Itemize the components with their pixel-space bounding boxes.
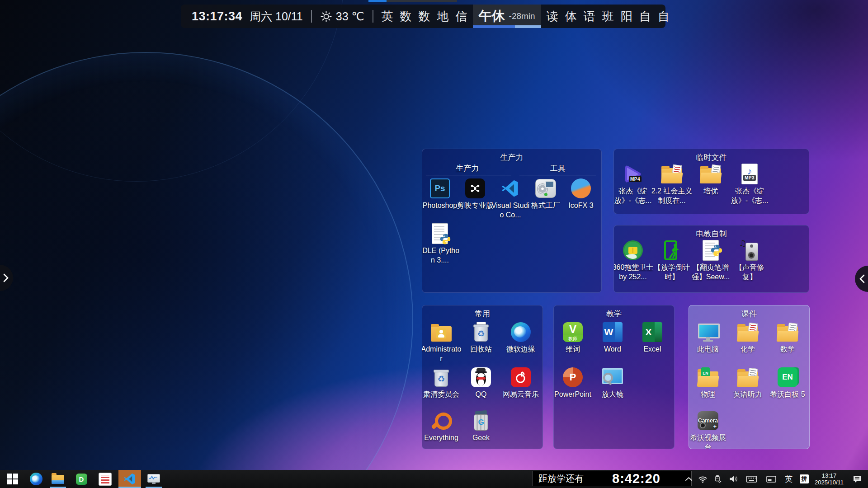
- language-indicator[interactable]: 英: [781, 470, 797, 488]
- period: 自: [639, 9, 651, 24]
- desktop-icon-doc-2-2[interactable]: 2.2 社会主义制度在...: [653, 164, 691, 205]
- class-schedule-bar: 13:17:34 周六 10/11 33 ℃ 英 数 数 地 信 午休 -28m…: [181, 5, 665, 28]
- clock-date: 周六 10/11: [250, 9, 303, 24]
- desktop-icon-dismissal-countdown[interactable]: 【放学倒计时】: [653, 240, 691, 282]
- temperature: 33 ℃: [336, 10, 364, 23]
- desktop-icon-geek[interactable]: G Geek: [462, 410, 500, 442]
- desktop-icon-page-turner[interactable]: 【翻页笔增强】Seew...: [692, 240, 730, 282]
- desktop-icon-physics[interactable]: EN 物理: [689, 367, 727, 399]
- fence-title: 生产力: [422, 152, 601, 163]
- taskbar-screen-monitor-button[interactable]: [144, 470, 164, 488]
- touch-keyboard-button[interactable]: [741, 470, 761, 488]
- desktop-icon-peiyou[interactable]: 培优: [692, 164, 730, 196]
- tray-clock[interactable]: 13:17 2025/10/11: [812, 470, 846, 488]
- desktop-icon-magnifier[interactable]: 放大镜: [594, 367, 632, 399]
- period: 英: [382, 9, 393, 24]
- weather-sun-icon: [320, 10, 332, 23]
- desktop-icon-mp4-video[interactable]: MP4 张杰《绽放》-《志...: [614, 164, 652, 205]
- volume-indicator[interactable]: [725, 470, 741, 488]
- desktop-icon-qq[interactable]: QQ: [462, 367, 500, 399]
- notification-icon: [852, 474, 862, 484]
- dismissal-countdown-widget: 距放学还有 8:42:20: [533, 471, 692, 486]
- wifi-icon: [698, 474, 708, 484]
- taskbar-vscode-button-active[interactable]: [118, 470, 141, 488]
- icon-label: 希沃视频展台: [689, 433, 729, 449]
- wifi-indicator[interactable]: [695, 470, 710, 488]
- recycle-glyph: ♻: [473, 328, 489, 338]
- divider: [373, 10, 373, 23]
- desktop-icon-seewo-camera[interactable]: Camera + 希沃视频展台: [689, 410, 727, 449]
- desktop-icon-word[interactable]: W Word: [594, 322, 632, 354]
- usb-icon: [713, 474, 722, 484]
- icon-label: QQ: [460, 389, 502, 399]
- desktop-icon-this-pc[interactable]: 此电脑: [689, 322, 727, 354]
- display-icon: [766, 474, 777, 484]
- desktop-icon-mp3-audio[interactable]: ♪ MP3 张杰《绽放》-《志...: [731, 164, 769, 205]
- period: 自: [658, 9, 670, 24]
- speaker-repair-icon: ♫: [739, 240, 760, 261]
- icon-label: Photoshop: [422, 201, 460, 210]
- desktop-icon-360-guard[interactable]: 360拖堂卫士 by 252...: [614, 240, 652, 282]
- desktop-icon-english-listening[interactable]: 英语听力: [729, 367, 767, 399]
- desktop-icon-excel[interactable]: X Excel: [633, 322, 671, 354]
- mp4-badge: MP4: [629, 176, 642, 182]
- icon-label: 培优: [689, 186, 732, 196]
- display-mode-button[interactable]: [761, 470, 781, 488]
- desktop-icon-capcut[interactable]: 剪映专业版: [458, 178, 493, 210]
- desktop-icon-idle-python[interactable]: IDLE (Python 3....: [422, 223, 458, 265]
- usb-device-indicator[interactable]: [710, 470, 725, 488]
- icon-label: Administrator: [422, 344, 462, 363]
- icon-label: 此电脑: [689, 344, 729, 354]
- vscode-icon: [501, 179, 520, 198]
- desktop-icon-seewo-board[interactable]: EN 希沃白板 5: [769, 367, 807, 399]
- icon-label: 放大镜: [591, 389, 634, 399]
- period: 班: [602, 9, 614, 24]
- desktop-icon-edge[interactable]: 微软边缘: [502, 322, 540, 354]
- system-tray: 英 拼 13:17 2025/10/11: [682, 470, 868, 488]
- exit-countdown-icon: [662, 240, 681, 260]
- desktop-icon-powerpoint[interactable]: P PowerPoint: [554, 367, 592, 399]
- icon-label: IDLE (Python 3....: [422, 246, 460, 265]
- icon-label: 360拖堂卫士 by 252...: [613, 263, 654, 282]
- desktop-icon-icofx[interactable]: IcoFX 3: [563, 178, 599, 210]
- period: 语: [584, 9, 595, 24]
- windows-logo-icon: [7, 474, 18, 484]
- icon-label: Visual Studio Co...: [491, 201, 530, 220]
- photoshop-icon: Ps: [430, 178, 450, 198]
- fence-courseware: 课件 此电脑 化学 数学 EN 物理 英语听力 EN 希沃白板 5 Camera…: [689, 305, 810, 449]
- desktop-icon-vscode[interactable]: Visual Studio Co...: [493, 178, 528, 220]
- keyboard-icon: [746, 474, 757, 484]
- start-button[interactable]: [3, 470, 23, 488]
- desktop-icon-suqing[interactable]: ♻ 肃清委员会: [422, 367, 460, 399]
- taskbar-file-explorer-button[interactable]: [48, 470, 68, 488]
- hidden-icons-chevron[interactable]: [682, 470, 695, 488]
- icon-label: 回收站: [460, 344, 502, 354]
- fence-e-teaching: 电教自制 360拖堂卫士 by 252... 【放学倒计时】 【翻页笔增强】Se…: [613, 225, 809, 293]
- day-progress-fill: [368, 0, 387, 2]
- desktop-icon-netease-music[interactable]: 网易云音乐: [502, 367, 540, 399]
- fence-common: 常用 Administrator ♻ 回收站 微软边缘 ♻ 肃清委员会 QQ 网…: [422, 305, 543, 449]
- desktop-icon-math[interactable]: 数学: [769, 322, 807, 354]
- recycle-bin-empty-icon: ♻: [434, 368, 449, 387]
- geek-uninstaller-icon: G: [473, 411, 489, 431]
- ime-mode-indicator[interactable]: 拼: [797, 470, 812, 488]
- notification-center-button[interactable]: [846, 470, 868, 488]
- desktop-icon-administrator[interactable]: Administrator: [422, 322, 460, 363]
- desktop-icon-sound-repair[interactable]: ♫ 【声音修复】: [731, 240, 769, 282]
- icon-label: Everything: [422, 433, 462, 442]
- chevron-left-icon: [859, 274, 866, 284]
- screen-monitor-app-icon: [147, 474, 160, 483]
- desktop-icon-photoshop[interactable]: Ps Photoshop: [422, 178, 458, 210]
- desktop-icon-everything[interactable]: Everything: [422, 410, 460, 442]
- desktop-icon-format-factory[interactable]: 格式工厂: [528, 178, 563, 210]
- icon-label: 张杰《绽放》-《志...: [728, 186, 771, 205]
- icon-label: 物理: [689, 389, 729, 399]
- taskbar-edge-button[interactable]: [26, 470, 46, 488]
- countdown-time: 8:42:20: [612, 471, 660, 486]
- desktop-icon-recycle-bin[interactable]: ♻ 回收站: [462, 322, 500, 354]
- taskbar-d-app-button[interactable]: D: [72, 470, 90, 488]
- guard-360-icon: [623, 240, 643, 260]
- desktop-icon-chemistry[interactable]: 化学: [729, 322, 767, 354]
- desktop-icon-weici[interactable]: V 教师 维词: [554, 322, 592, 354]
- taskbar-seal-app-button[interactable]: [95, 470, 115, 488]
